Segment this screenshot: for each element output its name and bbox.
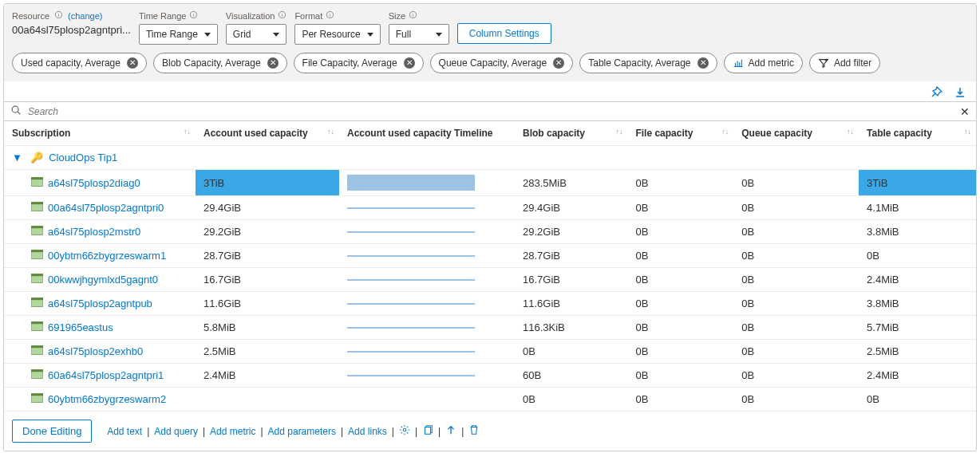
- cell-file: 0B: [627, 316, 733, 340]
- cell-used: 2.5MiB: [196, 340, 339, 364]
- time-range-select[interactable]: Time Range: [139, 24, 218, 45]
- cell-timeline: [339, 364, 515, 388]
- col-blob[interactable]: Blob capacity↑↓: [515, 121, 627, 146]
- svg-rect-30: [31, 393, 43, 396]
- size-select[interactable]: Full: [389, 24, 449, 45]
- cell-table: 5.7MiB: [859, 316, 976, 340]
- storage-account-link[interactable]: a64sl75plosp2mstr0: [48, 226, 140, 238]
- group-name: CloudOps Tip1: [49, 152, 117, 164]
- col-file-label: File capacity: [635, 128, 693, 139]
- format-select[interactable]: Per Resource: [294, 24, 380, 45]
- add-filter-button[interactable]: Add filter: [809, 53, 880, 73]
- svg-rect-16: [31, 226, 43, 228]
- cell-timeline: [339, 196, 515, 220]
- cell-queue: 0B: [733, 220, 859, 244]
- metric-chip[interactable]: Used capacity, Average✕: [12, 53, 147, 73]
- group-row[interactable]: ▼ 🔑 CloudOps Tip1: [4, 146, 976, 170]
- remove-icon[interactable]: ✕: [697, 57, 709, 69]
- sort-icon: ↑↓: [964, 128, 971, 136]
- done-editing-button[interactable]: Done Editing: [12, 420, 92, 443]
- add-metric-button[interactable]: Add metric: [724, 53, 803, 73]
- svg-rect-14: [31, 202, 43, 204]
- cell-table: 3.8MiB: [859, 292, 976, 316]
- pin-icon[interactable]: [930, 86, 942, 101]
- clear-search-icon[interactable]: ✕: [960, 105, 970, 118]
- storage-account-link[interactable]: 00ybtm66zbygrzeswarm1: [48, 250, 166, 262]
- cell-table: 3.8MiB: [859, 220, 976, 244]
- cell-queue: 0B: [733, 388, 859, 412]
- gear-icon[interactable]: [399, 424, 410, 438]
- storage-account-link[interactable]: 00a64sl75plosp2agntpri0: [48, 202, 164, 214]
- svg-text:i: i: [282, 13, 283, 18]
- storage-account-link[interactable]: 60a64sl75plosp2agntpri1: [48, 369, 164, 381]
- add-query-link[interactable]: Add query: [154, 426, 198, 437]
- cell-used: 16.7GiB: [196, 268, 339, 292]
- storage-account-link[interactable]: a64sl75plosp2exhb0: [48, 345, 143, 357]
- info-icon: i: [189, 10, 198, 21]
- metric-chip[interactable]: Blob Capacity, Average✕: [153, 53, 287, 73]
- storage-icon: [31, 274, 43, 283]
- cell-blob: 28.7GiB: [515, 244, 627, 268]
- copy-icon[interactable]: [422, 424, 433, 438]
- svg-rect-28: [31, 369, 43, 372]
- remove-icon[interactable]: ✕: [127, 57, 138, 69]
- col-timeline[interactable]: Account used capacity Timeline: [339, 121, 515, 146]
- search-input[interactable]: [28, 106, 954, 117]
- add-text-link[interactable]: Add text: [107, 426, 142, 437]
- cell-timeline: [339, 170, 515, 196]
- metric-chip[interactable]: Queue Capacity, Average✕: [430, 53, 574, 73]
- sort-icon: ↑↓: [721, 128, 729, 136]
- add-links-link[interactable]: Add links: [348, 426, 387, 437]
- col-subscription[interactable]: Subscription↑↓: [4, 121, 196, 146]
- done-editing-label: Done Editing: [22, 425, 81, 437]
- remove-icon[interactable]: ✕: [404, 57, 415, 69]
- storage-account-link[interactable]: a64sl75plosp2diag0: [48, 177, 140, 189]
- col-subscription-label: Subscription: [12, 128, 70, 139]
- cell-used: 5.8MiB: [196, 316, 339, 340]
- table-row: a64sl75plosp2exhb0 2.5MiB 0B 0B 0B 2.5Mi…: [4, 340, 976, 364]
- filter-icon: [818, 57, 829, 69]
- cell-name: 60a64sl75plosp2agntpri1: [4, 364, 196, 388]
- storage-account-link[interactable]: a64sl75plosp2agntpub: [48, 297, 152, 309]
- cell-name: 00a64sl75plosp2agntpri0: [4, 196, 196, 220]
- move-up-icon[interactable]: [445, 424, 456, 438]
- cell-timeline: [339, 292, 515, 316]
- delete-icon[interactable]: [468, 424, 480, 438]
- cell-table: 2.4MiB: [859, 364, 976, 388]
- col-table[interactable]: Table capacity↑↓: [859, 121, 976, 146]
- storage-icon: [31, 297, 43, 307]
- storage-icon: [31, 321, 43, 331]
- toolbar: Resource i (change) 00a64sl75plosp2agntp…: [4, 4, 976, 81]
- table-row: a64sl75plosp2diag0 3TiB 283.5MiB 0B 0B 3…: [4, 170, 976, 196]
- svg-text:i: i: [58, 13, 59, 18]
- info-icon: i: [326, 10, 334, 21]
- cell-name: a64sl75plosp2agntpub: [4, 292, 196, 316]
- cell-blob: 0B: [515, 388, 627, 412]
- search-bar: ✕: [4, 101, 976, 121]
- change-link[interactable]: (change): [68, 11, 102, 21]
- metric-label: Queue Capacity, Average: [439, 57, 547, 69]
- col-used[interactable]: Account used capacity↑↓: [196, 121, 339, 146]
- remove-icon[interactable]: ✕: [267, 57, 279, 69]
- col-queue[interactable]: Queue capacity↑↓: [733, 121, 859, 146]
- cell-queue: 0B: [733, 316, 859, 340]
- cell-file: 0B: [627, 170, 733, 196]
- visualization-select[interactable]: Grid: [226, 24, 287, 45]
- remove-icon[interactable]: ✕: [553, 57, 564, 69]
- info-icon: i: [278, 10, 286, 21]
- add-parameters-link[interactable]: Add parameters: [268, 426, 336, 437]
- download-icon[interactable]: [954, 86, 966, 101]
- metric-chip[interactable]: File Capacity, Average✕: [294, 53, 424, 73]
- storage-account-link[interactable]: 60ybtm66zbygrzeswarm2: [48, 393, 166, 405]
- add-metric-link[interactable]: Add metric: [210, 426, 255, 437]
- col-file[interactable]: File capacity↑↓: [627, 121, 733, 146]
- metric-chip[interactable]: Table Capacity, Average✕: [579, 53, 717, 73]
- table-row: 00kwwjhgymlxd5gagnt0 16.7GiB 16.7GiB 0B …: [4, 268, 976, 292]
- metric-label: Blob Capacity, Average: [162, 57, 261, 69]
- cell-queue: 0B: [733, 364, 859, 388]
- cell-file: 0B: [627, 292, 733, 316]
- table-row: 691965eastus 5.8MiB 116.3KiB 0B 0B 5.7Mi…: [4, 316, 976, 340]
- storage-account-link[interactable]: 691965eastus: [48, 321, 113, 333]
- column-settings-button[interactable]: Column Settings: [457, 23, 551, 44]
- storage-account-link[interactable]: 00kwwjhgymlxd5gagnt0: [48, 274, 158, 286]
